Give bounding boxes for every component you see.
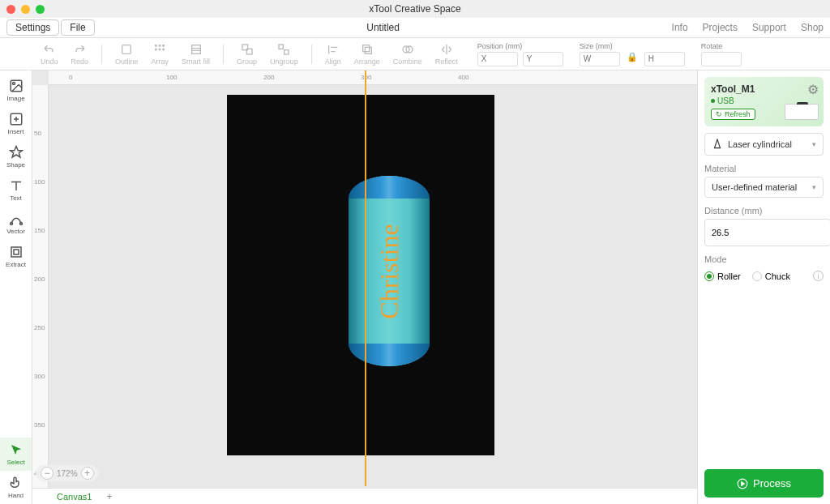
properties-panel: ⚙ xTool_M1 USB ↻ Refresh Laser cylindric… (697, 70, 830, 504)
rotate-input[interactable] (701, 52, 742, 66)
position-y-input[interactable] (523, 52, 563, 66)
mode-label: Mode (704, 254, 824, 264)
settings-menu[interactable]: Settings (6, 19, 59, 36)
svg-rect-12 (362, 45, 369, 51)
material-select[interactable]: User-defined material ▾ (704, 177, 824, 198)
mode-chuck-radio[interactable]: Chuck (752, 271, 790, 281)
processing-type-select[interactable]: Laser cylindrical ▾ (704, 133, 824, 156)
group-button[interactable]: Group (233, 43, 260, 66)
device-thumbnail (785, 104, 819, 120)
app-title: xTool Creative Space (369, 3, 460, 15)
shape-tool[interactable]: Shape (0, 140, 32, 173)
svg-rect-6 (163, 48, 165, 50)
svg-rect-21 (11, 247, 21, 257)
combine-button[interactable]: Combine (390, 43, 426, 66)
select-tool[interactable]: Select (0, 438, 32, 471)
document-title: Untitled (366, 22, 400, 33)
svg-rect-0 (122, 45, 131, 53)
distance-input[interactable] (704, 219, 830, 246)
arrange-button[interactable]: Arrange (351, 43, 383, 66)
chevron-down-icon: ▾ (812, 183, 816, 191)
close-window-button[interactable] (6, 5, 15, 14)
undo-button[interactable]: Undo (37, 43, 62, 66)
outline-button[interactable]: Outline (112, 43, 142, 66)
center-guide-line (365, 70, 366, 486)
ruler-horizontal: 0 100 200 300 400 (49, 70, 697, 85)
svg-rect-13 (365, 47, 371, 53)
canvas-area[interactable]: 0 100 200 300 400 50 100 150 200 250 300… (32, 70, 697, 504)
array-button[interactable]: Array (148, 43, 173, 66)
svg-rect-10 (279, 45, 283, 49)
svg-point-17 (12, 83, 15, 85)
lock-aspect-icon[interactable]: 🔒 (625, 52, 640, 66)
extract-tool[interactable]: Extract (0, 240, 32, 273)
laser-icon (712, 139, 723, 150)
play-icon (737, 478, 748, 489)
reflect-button[interactable]: Reflect (432, 43, 461, 66)
tools-sidebar: Image Insert Shape Text Vector Extract S… (0, 70, 32, 504)
vector-tool[interactable]: Vector (0, 207, 32, 240)
svg-rect-22 (14, 250, 19, 254)
refresh-button[interactable]: ↻ Refresh (711, 109, 755, 120)
maximize-window-button[interactable] (36, 5, 45, 14)
nav-projects[interactable]: Projects (703, 22, 738, 33)
zoom-out-button[interactable]: − (41, 467, 53, 480)
camera-preview: Christine (227, 95, 494, 455)
distance-label: Distance (mm) (704, 206, 824, 216)
minimize-window-button[interactable] (21, 5, 30, 14)
size-group: Size (mm) 🔒 (580, 42, 685, 66)
svg-rect-5 (159, 48, 161, 50)
mode-info-icon[interactable]: i (813, 271, 824, 281)
svg-rect-11 (285, 49, 289, 53)
canvas-tab-1[interactable]: Canvas1 (49, 492, 100, 502)
svg-rect-2 (159, 45, 161, 47)
nav-info[interactable]: Info (672, 22, 688, 33)
titlebar: xTool Creative Space (0, 0, 830, 18)
size-w-input[interactable] (580, 52, 620, 66)
material-label: Material (704, 164, 824, 173)
hand-tool[interactable]: Hand (0, 471, 32, 504)
toolbar: Undo Redo Outline Array Smart fill Group… (0, 38, 830, 70)
zoom-control: − 172% + (36, 465, 99, 481)
redo-button[interactable]: Redo (68, 43, 92, 66)
engraving-text: Christine (374, 224, 404, 318)
device-card: ⚙ xTool_M1 USB ↻ Refresh (704, 77, 824, 126)
zoom-value: 172% (57, 469, 78, 478)
ungroup-button[interactable]: Ungroup (267, 43, 302, 66)
mode-roller-radio[interactable]: Roller (704, 271, 741, 281)
smartfill-button[interactable]: Smart fill (178, 43, 213, 66)
size-h-input[interactable] (644, 52, 685, 66)
workpiece-tumbler: Christine (349, 176, 430, 366)
device-settings-icon[interactable]: ⚙ (807, 82, 819, 97)
menubar: Settings File Untitled Info Projects Sup… (0, 18, 830, 38)
file-menu[interactable]: File (61, 19, 94, 36)
rotate-group: Rotate (701, 42, 742, 66)
nav-shop[interactable]: Shop (801, 22, 824, 33)
svg-rect-7 (191, 45, 200, 53)
device-name: xTool_M1 (711, 83, 817, 95)
svg-rect-4 (155, 48, 157, 50)
process-button[interactable]: Process (704, 469, 824, 498)
add-canvas-button[interactable]: + (100, 491, 118, 502)
canvas-tabs: Canvas1 + (32, 488, 697, 504)
text-tool[interactable]: Text (0, 173, 32, 207)
svg-rect-3 (163, 45, 165, 47)
svg-rect-1 (155, 45, 157, 47)
position-x-input[interactable] (477, 52, 518, 66)
zoom-in-button[interactable]: + (81, 467, 94, 480)
insert-tool[interactable]: Insert (0, 107, 32, 140)
nav-support[interactable]: Support (752, 22, 786, 33)
image-tool[interactable]: Image (0, 74, 32, 107)
ruler-vertical: 50 100 150 200 250 300 350 400 (32, 85, 49, 488)
position-group: Position (mm) (477, 42, 563, 66)
chevron-down-icon: ▾ (812, 140, 816, 148)
align-button[interactable]: Align (322, 43, 344, 66)
